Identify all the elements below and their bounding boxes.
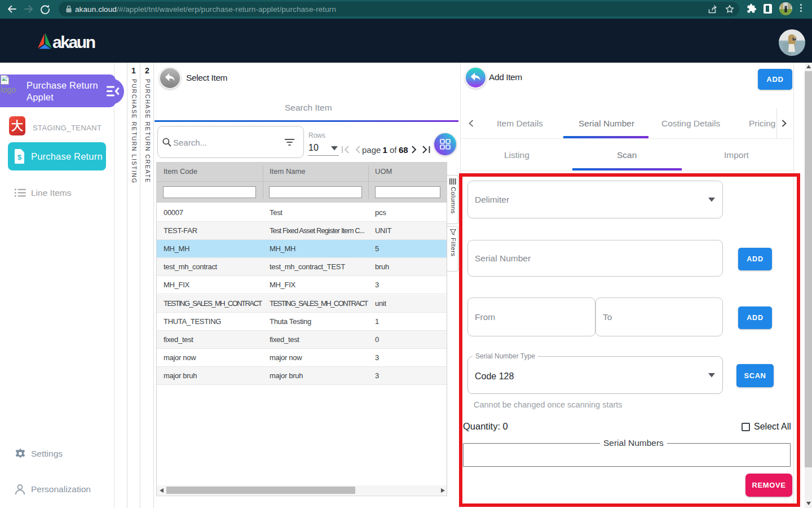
svg-text:$: $	[17, 153, 22, 161]
